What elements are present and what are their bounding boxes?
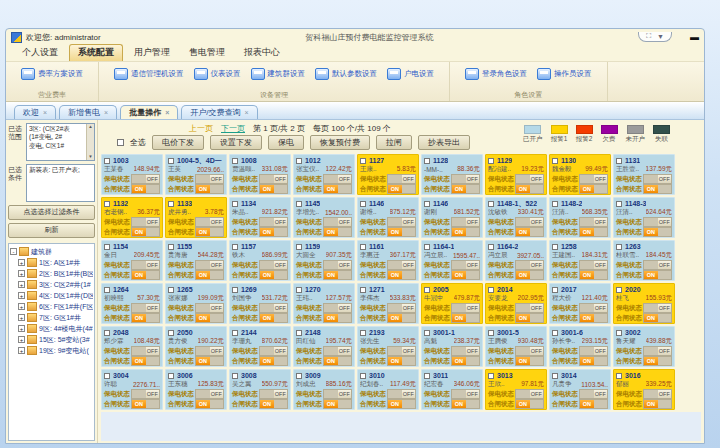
room-card[interactable]: 1134朱品..921.82元保电状态OFF合闸状态ON (229, 197, 291, 238)
room-checkbox[interactable] (104, 158, 110, 164)
room-checkbox[interactable] (296, 373, 302, 379)
ribbon-button[interactable]: 默认参数设置 (310, 66, 382, 82)
ribbon-button[interactable]: 仪表设置 (189, 66, 246, 82)
room-checkbox[interactable] (488, 201, 494, 207)
refresh-button[interactable]: 刷新 (8, 223, 95, 238)
room-card[interactable]: 1154金日209.45元保电状态OFF合闸状态ON (101, 240, 163, 281)
minimize-button[interactable]: ▬ (690, 33, 699, 41)
room-card[interactable]: 1130魏金毅99.49元保电状态OFF合闸状态ON (549, 154, 611, 195)
room-card[interactable]: 1146谢维..875.12元保电状态OFF合闸状态ON (357, 197, 419, 238)
room-checkbox[interactable] (360, 158, 366, 164)
supply-toggle[interactable]: OFF (259, 303, 288, 313)
expand-icon[interactable]: + (18, 303, 25, 310)
tree-node[interactable]: +9区: 4#楼电井(4# (10, 323, 93, 334)
supply-toggle[interactable]: OFF (387, 303, 416, 313)
room-checkbox[interactable] (360, 287, 366, 293)
room-checkbox[interactable] (168, 373, 174, 379)
toolbar-button[interactable]: 抄表导出 (418, 135, 470, 150)
breaker-toggle[interactable]: ON (195, 184, 224, 194)
tree-node[interactable]: +3区: C区2#井(1# (10, 279, 93, 290)
tree-node[interactable]: +7区: G区1#井 (10, 312, 93, 323)
room-card[interactable]: 1155贵海唐544.28元保电状态OFF合闸状态ON (165, 240, 227, 281)
breaker-toggle[interactable]: ON (387, 399, 416, 409)
room-checkbox[interactable] (168, 244, 174, 250)
room-card[interactable]: 2144李珊丸870.62元保电状态OFF合闸状态ON (229, 326, 291, 367)
breaker-toggle[interactable]: ON (323, 270, 352, 280)
room-checkbox[interactable] (616, 158, 622, 164)
expand-icon[interactable]: + (18, 281, 25, 288)
breaker-toggle[interactable]: ON (259, 356, 288, 366)
breaker-toggle[interactable]: ON (131, 313, 160, 323)
supply-toggle[interactable]: OFF (195, 260, 224, 270)
supply-toggle[interactable]: OFF (643, 303, 672, 313)
room-card[interactable]: 1132右老钢..36.37元保电状态OFF合闸状态ON (101, 197, 163, 238)
toolbar-button[interactable]: 电价下发 (152, 135, 204, 150)
expand-icon[interactable]: + (18, 325, 25, 332)
breaker-toggle[interactable]: ON (643, 227, 672, 237)
breaker-toggle[interactable]: ON (387, 313, 416, 323)
room-checkbox[interactable] (232, 330, 238, 336)
supply-toggle[interactable]: OFF (451, 389, 480, 399)
supply-toggle[interactable]: OFF (387, 389, 416, 399)
breaker-toggle[interactable]: ON (323, 399, 352, 409)
breaker-toggle[interactable]: ON (131, 184, 160, 194)
room-checkbox[interactable] (488, 373, 494, 379)
room-card[interactable]: 3006王东穗125.83元保电状态OFF合闸状态ON (165, 369, 227, 410)
supply-toggle[interactable]: OFF (323, 174, 352, 184)
supply-toggle[interactable]: OFF (259, 174, 288, 184)
room-card[interactable]: 1263桂联雪..184.45元保电状态OFF合闸状态ON (613, 240, 675, 281)
menu-item[interactable]: 系统配置 (69, 44, 123, 61)
breaker-toggle[interactable]: ON (643, 399, 672, 409)
room-checkbox[interactable] (552, 330, 558, 336)
room-card[interactable]: 1269刘国争531.72元保电状态OFF合闸状态ON (229, 283, 291, 324)
breaker-toggle[interactable]: ON (195, 227, 224, 237)
expand-icon[interactable]: + (18, 347, 25, 354)
breaker-toggle[interactable]: ON (259, 399, 288, 409)
supply-toggle[interactable]: OFF (259, 217, 288, 227)
ribbon-button[interactable]: 登录角色设置 (460, 66, 532, 82)
supply-toggle[interactable]: OFF (643, 346, 672, 356)
room-card[interactable]: 2005牛冠中479.87元保电状态OFF合闸状态ON (421, 283, 483, 324)
room-card[interactable]: 3009刘成忠885.16元保电状态OFF合闸状态ON (293, 369, 355, 410)
room-checkbox[interactable] (232, 373, 238, 379)
expand-icon[interactable]: + (18, 270, 25, 277)
room-checkbox[interactable] (296, 287, 302, 293)
room-card[interactable]: 3002鲁天耀439.88元保电状态OFF合闸状态ON (613, 326, 675, 367)
supply-toggle[interactable]: OFF (515, 260, 544, 270)
room-checkbox[interactable] (360, 373, 366, 379)
supply-toggle[interactable]: OFF (131, 303, 160, 313)
supply-toggle[interactable]: OFF (515, 217, 544, 227)
room-card[interactable]: 2020桂飞155.93元保电状态OFF合闸状态ON (613, 283, 675, 324)
room-checkbox[interactable] (360, 330, 366, 336)
room-checkbox[interactable] (488, 158, 494, 164)
breaker-toggle[interactable]: ON (195, 356, 224, 366)
breaker-toggle[interactable]: ON (579, 184, 608, 194)
supply-toggle[interactable]: OFF (515, 174, 544, 184)
ribbon-button[interactable]: 操作员设置 (532, 66, 597, 82)
room-card[interactable]: 1004-5、4D一王英2029.66..保电状态OFF合闸状态ON (165, 154, 227, 195)
tree-node[interactable]: +2区: B区1#井(B区 (10, 268, 93, 279)
breaker-toggle[interactable]: ON (387, 270, 416, 280)
room-checkbox[interactable] (488, 287, 494, 293)
room-card[interactable]: 1145李增先..1542.00..保电状态OFF合闸状态ON (293, 197, 355, 238)
room-checkbox[interactable] (616, 244, 622, 250)
room-checkbox[interactable] (104, 330, 110, 336)
menu-item[interactable]: 报表中心 (236, 45, 288, 61)
dropdown-arrow-icon[interactable]: ▼ (657, 33, 664, 40)
breaker-toggle[interactable]: ON (259, 313, 288, 323)
supply-toggle[interactable]: OFF (195, 389, 224, 399)
supply-toggle[interactable]: OFF (195, 346, 224, 356)
room-card[interactable]: 2048郑少霖108.48元保电状态OFF合闸状态ON (101, 326, 163, 367)
breaker-toggle[interactable]: ON (131, 270, 160, 280)
breaker-toggle[interactable]: ON (579, 356, 608, 366)
menu-item[interactable]: 用户管理 (126, 45, 178, 61)
room-checkbox[interactable] (168, 201, 174, 207)
room-checkbox[interactable] (616, 373, 622, 379)
breaker-toggle[interactable]: ON (579, 399, 608, 409)
room-checkbox[interactable] (424, 373, 430, 379)
breaker-toggle[interactable]: ON (323, 184, 352, 194)
room-card[interactable]: 2050贵方俊190.22元保电状态OFF合闸状态ON (165, 326, 227, 367)
expand-icon[interactable]: + (18, 259, 25, 266)
supply-toggle[interactable]: OFF (643, 389, 672, 399)
room-card[interactable]: 3011纪宏春346.06元保电状态OFF合闸状态ON (421, 369, 483, 410)
